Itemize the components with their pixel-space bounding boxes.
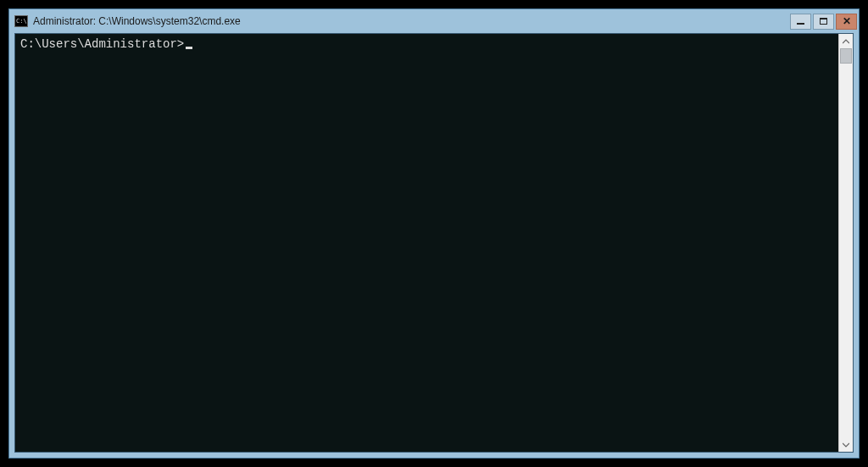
cmd-icon: C:\ — [14, 15, 28, 27]
client-area: C:\Users\Administrator> — [14, 33, 854, 453]
scroll-track[interactable] — [839, 48, 853, 437]
cmd-window: C:\ Administrator: C:\Windows\system32\c… — [8, 8, 860, 459]
maximize-button[interactable] — [813, 14, 834, 30]
titlebar[interactable]: C:\ Administrator: C:\Windows\system32\c… — [9, 9, 859, 33]
scroll-down-button[interactable] — [839, 437, 853, 452]
scroll-thumb[interactable] — [840, 48, 852, 64]
close-icon: ✕ — [843, 16, 851, 26]
chevron-down-icon — [843, 442, 849, 448]
chevron-up-icon — [843, 39, 849, 44]
scroll-up-button[interactable] — [839, 34, 853, 48]
cursor — [186, 47, 192, 49]
console-output[interactable]: C:\Users\Administrator> — [15, 34, 838, 452]
minimize-button[interactable] — [790, 14, 811, 30]
cmd-icon-text: C:\ — [16, 19, 27, 25]
window-title: Administrator: C:\Windows\system32\cmd.e… — [33, 15, 790, 27]
window-controls: ✕ — [790, 14, 857, 30]
vertical-scrollbar[interactable] — [838, 34, 853, 452]
maximize-icon — [820, 18, 827, 25]
minimize-icon — [797, 23, 804, 25]
prompt-text: C:\Users\Administrator> — [20, 37, 184, 51]
close-button[interactable]: ✕ — [836, 14, 857, 30]
